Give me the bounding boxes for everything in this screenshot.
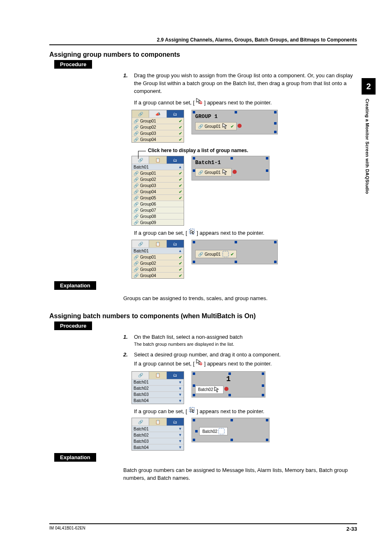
list-item[interactable]: 🔗Group03✔ [132,182,184,188]
forbid-icon [222,169,229,176]
list-item[interactable]: Batch04▼ [132,444,184,450]
footer: IM 04L41B01-62EN 2-33 [49,523,357,532]
drag-chip[interactable]: 🔗Group01 ✔ [195,122,237,130]
list-item[interactable]: 🔗Group08 [132,213,184,219]
section2-title: Assigning batch numbers to components (w… [49,312,357,320]
list-item[interactable]: 🔗Group01✔ [132,170,184,176]
drag-chip[interactable]: Batch02 [199,427,228,435]
list-item[interactable]: 🔗Group05✔ [132,194,184,201]
component-label: Batch1-1 [195,160,266,166]
forbid-dot-icon [224,387,228,391]
explanation-text: Batch group numbers can be assigned to M… [123,467,357,482]
tab-groups-icon[interactable]: 🗂 [167,418,184,426]
tab-channels-icon[interactable]: 🔗 [132,240,149,247]
list-item[interactable]: 🔗Group04✔ [132,188,184,194]
tab-groups-icon[interactable]: 🗂 [167,240,184,247]
list-item[interactable]: Batch03▼ [132,438,184,444]
tab-batch-icon[interactable]: 📋 [149,418,166,426]
forbid-icon [196,359,203,365]
list-item[interactable]: Batch02▼ [132,432,184,438]
list-item[interactable]: 🔗Group04✔ [132,136,184,142]
svg-rect-1 [200,102,202,103]
list-item[interactable]: 🔗Group09 [132,219,184,225]
list-item[interactable]: 🔗Group01✔ [132,254,184,260]
svg-rect-3 [223,251,228,257]
procedure-label: Procedure [54,60,92,69]
list-item[interactable]: Batch04▼ [132,398,184,404]
can-set-pre: If a group can be set, [ [134,230,187,236]
can-set-post: ] appears next to the pointer. [197,408,265,414]
tab-channels-icon[interactable]: 🔗 [132,110,149,118]
section-header: 2.9 Assigning Channels, Alarms, Groups, … [49,37,357,45]
list-item[interactable]: 🔗Group07 [132,207,184,213]
cannot-set-post: ] appears next to the pointer. [204,99,272,106]
svg-rect-5 [200,363,202,364]
tab-groups-icon[interactable]: 🗂 [167,372,184,379]
procedure-label: Procedure [54,321,92,330]
step-text: Select a desired group number, and drag … [134,351,281,359]
mock-batch-expanded: 🔗 📋 🗂 Batch01▲ 🔗Group01✔ 🔗Group02✔ 🔗Grou… [131,156,357,226]
tab-batch-icon[interactable]: 📋 [149,156,166,164]
cannot-set-pre: If a group cannot be set, [ [134,99,194,106]
chapter-badge: 2 [362,78,376,95]
cannot-set-post: ] appears next to the pointer. [204,361,272,367]
batch-panel[interactable]: 🔗 📋 🗂 Batch01▼ Batch02▼ Batch03▼ Batch04… [131,418,184,451]
page: 2.9 Assigning Channels, Alarms, Groups, … [0,0,392,555]
design-canvas[interactable]: Batch1-1 🔗Group01 [191,156,270,180]
drag-chip[interactable]: Batch02 [195,386,224,394]
section1-title: Assigning group numbers to components [49,51,357,58]
batch-group-panel[interactable]: 🔗 📋 🗂 Batch01▲ 🔗Group01✔ 🔗Group02✔ 🔗Grou… [131,240,184,279]
list-item[interactable]: 🔗Group02✔ [132,260,184,266]
design-canvas[interactable]: Batch02 [191,418,270,442]
list-item[interactable]: Batch01▼ [132,379,184,385]
step-number: 1. [123,333,130,341]
list-item[interactable]: 🔗Group03✔ [132,130,184,136]
tab-channels-icon[interactable]: 🔗 [132,418,149,426]
batch-group-panel[interactable]: 🔗 📋 🗂 Batch01▲ 🔗Group01✔ 🔗Group02✔ 🔗Grou… [131,156,184,226]
list-item[interactable]: 🔗Group03✔ [132,266,184,272]
tab-batch-icon[interactable]: 📋 [149,372,166,379]
design-canvas[interactable]: 🔗Group01 ✔ [191,240,278,264]
side-tab: 2 Creating a Monitor Screen with DAQStud… [362,78,376,194]
mock-group-cannot: 🔗 📣 🗂 🔗Group01✔ 🔗Group02✔ 🔗Group03✔ 🔗Gro… [131,110,357,143]
design-canvas[interactable]: GROUP 1 🔗Group01 ✔ [191,110,278,134]
svg-rect-7 [219,428,224,434]
list-item[interactable]: 🔗Group04✔ [132,272,184,278]
drag-chip[interactable]: 🔗Group01 ✔ [195,250,237,258]
allow-icon [189,407,195,413]
batch-panel[interactable]: 🔗 📋 🗂 Batch01▼ Batch02▼ Batch03▼ Batch04… [131,371,184,404]
step1-number: 1. [123,72,130,95]
mock-batch-cannot: 🔗 📋 🗂 Batch01▼ Batch02▼ Batch03▼ Batch04… [131,371,357,404]
design-canvas[interactable]: 1 Batch02 [191,371,265,398]
mock-batch-can: 🔗 📋 🗂 Batch01▼ Batch02▼ Batch03▼ Batch04… [131,418,357,451]
step-text: On the Batch list, select a non-assigned… [134,333,243,341]
component-label: 1 [195,375,262,383]
list-item[interactable]: Batch03▼ [132,391,184,398]
tab-groups-icon[interactable]: 🗂 [167,110,184,118]
component-label: GROUP 1 [195,113,274,120]
list-item[interactable]: 🔗Group06 [132,201,184,207]
forbid-dot-icon [238,124,242,128]
list-item[interactable]: Batch02▼ [132,385,184,391]
tab-alarms-icon[interactable]: 📣 [149,110,166,118]
tab-batch-icon[interactable]: 📋 [149,240,166,247]
cannot-set-pre: If a group cannot be set, [ [134,361,194,367]
click-caption: Click here to display a list of group na… [148,148,357,153]
list-item[interactable]: 🔗Group01✔ [132,118,184,124]
batch-header[interactable]: Batch01▲ [132,164,184,170]
batch-header[interactable]: Batch01▲ [132,247,184,254]
explanation-label: Explanation [54,453,96,462]
group-panel[interactable]: 🔗 📣 🗂 🔗Group01✔ 🔗Group02✔ 🔗Group03✔ 🔗Gro… [131,110,184,143]
tab-groups-icon[interactable]: 🗂 [167,156,184,164]
step-number: 2. [123,351,130,359]
step1: 1. Drag the group you wish to assign fro… [123,72,357,106]
list-item[interactable]: 🔗Group02✔ [132,124,184,130]
drag-chip[interactable]: 🔗Group01 [195,168,232,176]
tab-channels-icon[interactable]: 🔗 [132,372,149,379]
list-item[interactable]: 🔗Group02✔ [132,176,184,182]
allow-icon [222,251,229,257]
list-item[interactable]: Batch01▼ [132,426,184,432]
step1-text: Drag the group you wish to assign from t… [134,72,357,95]
doc-id: IM 04L41B01-62EN [49,526,85,532]
allow-icon [189,228,195,235]
